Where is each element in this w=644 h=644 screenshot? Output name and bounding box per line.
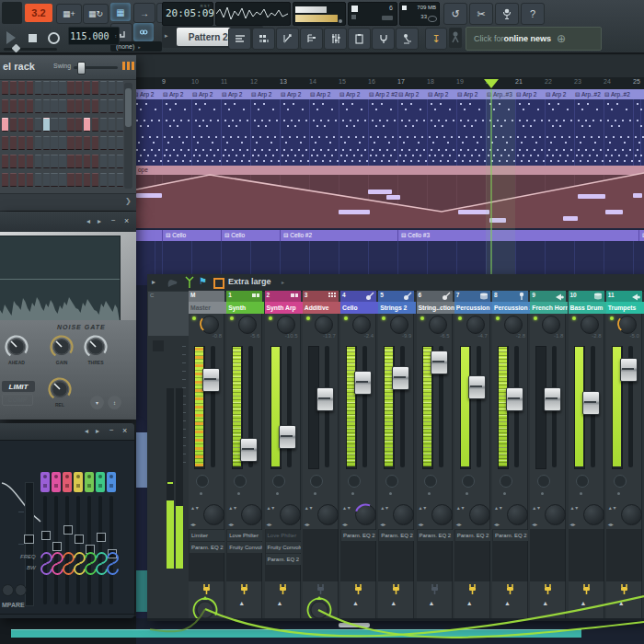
record-button[interactable] xyxy=(44,28,63,48)
swap-leftright-icon[interactable]: ◂▸ xyxy=(532,521,543,527)
plugin-slot[interactable]: Param. EQ 2 xyxy=(190,542,224,553)
route-to-master-icon[interactable] xyxy=(239,583,249,595)
step-cell[interactable] xyxy=(51,99,57,113)
swap-leftright-icon[interactable]: ◂▸ xyxy=(380,521,391,527)
pan-knob[interactable] xyxy=(352,316,371,334)
step-cell[interactable] xyxy=(35,173,41,187)
step-cell[interactable] xyxy=(35,81,41,95)
step-cell[interactable] xyxy=(67,136,74,150)
step-cell[interactable] xyxy=(117,155,123,168)
eq-band-tab[interactable] xyxy=(85,472,94,492)
swap-leftright-icon[interactable]: ◂▸ xyxy=(494,521,505,527)
step-cell[interactable] xyxy=(51,136,57,150)
channel-small-knob[interactable] xyxy=(621,504,642,525)
step-cell[interactable] xyxy=(59,136,65,150)
route-to-master-icon[interactable] xyxy=(201,583,212,595)
volume-fader[interactable] xyxy=(316,387,334,411)
pan-knob[interactable] xyxy=(504,316,523,334)
fader-track[interactable] xyxy=(287,346,292,467)
pattern-clip[interactable]: ⊟ Arp 2 xyxy=(191,89,222,99)
channel-small-knob[interactable] xyxy=(583,504,604,525)
playlist-timeline[interactable] xyxy=(136,77,644,90)
step-cell[interactable] xyxy=(2,136,8,150)
countdown-icon[interactable]: ▦↻ xyxy=(83,4,109,24)
step-cell[interactable] xyxy=(75,136,82,150)
mixer-channel-master[interactable]: MMaster-0.8▴ ▾◂▸LimiterParam. EQ 2 xyxy=(189,291,224,621)
step-cell[interactable] xyxy=(18,173,25,187)
typing-icon[interactable] xyxy=(396,28,419,50)
eq-band-track[interactable] xyxy=(98,496,102,604)
step-cell[interactable] xyxy=(27,81,33,95)
fader-track[interactable] xyxy=(211,346,215,467)
pan-knob[interactable] xyxy=(618,316,637,334)
step-cell[interactable] xyxy=(2,99,8,113)
route-triangle-icon[interactable]: ▲ xyxy=(238,600,245,606)
step-cell[interactable] xyxy=(35,155,41,168)
prev-preset-icon[interactable]: ◂ xyxy=(85,427,88,435)
mixer-channel-trumpets[interactable]: 11Trumpets-5.0▴ ▾◂▸▲ xyxy=(606,291,642,621)
tempo-spinner[interactable]: ↕ xyxy=(115,33,118,39)
eq-band-tab[interactable] xyxy=(107,472,116,492)
plugin-slot[interactable]: Limiter xyxy=(190,530,224,541)
step-cell[interactable] xyxy=(43,99,50,113)
dock-square-icon[interactable] xyxy=(213,278,224,289)
route-to-master-icon[interactable] xyxy=(467,583,477,595)
swap-leftright-icon[interactable]: ◂▸ xyxy=(190,521,201,527)
pattern-clip[interactable]: ⊟ Arp 2 xyxy=(132,89,163,99)
comp-tab[interactable]: COMP xyxy=(2,394,33,406)
route-to-master-icon[interactable] xyxy=(278,583,288,595)
mixer-channel-bass-drum[interactable]: 10Bass Drum-2.8▴ ▾◂▸▲ xyxy=(569,291,604,621)
limit-tab[interactable]: LIMIT xyxy=(2,381,35,392)
eq-band-track[interactable] xyxy=(65,496,69,604)
plugin-slot[interactable]: Param. EQ 2 xyxy=(266,554,301,565)
rack-scrollbar[interactable] xyxy=(124,83,132,189)
step-cell[interactable] xyxy=(10,136,17,150)
stereo-sep-knob[interactable] xyxy=(462,475,475,488)
pattern-clip[interactable]: ⊟ Arp 2 xyxy=(162,89,192,99)
route-to-master-icon[interactable] xyxy=(505,583,515,595)
step-cell[interactable] xyxy=(84,99,90,113)
step-cell[interactable] xyxy=(43,155,50,168)
eq-band-handle[interactable] xyxy=(52,542,62,551)
arrow-right-icon[interactable]: → xyxy=(133,3,155,23)
step-cell[interactable] xyxy=(84,173,90,187)
step-cell[interactable] xyxy=(2,118,8,132)
step-cell[interactable] xyxy=(35,99,41,113)
mixer-channel-cello[interactable]: 4Cello-2.4▴ ▾◂▸Param. EQ 2▲ xyxy=(340,291,376,621)
mixer-channel-additive[interactable]: 3Additive-13.7▴ ▾◂▸ xyxy=(303,291,339,621)
playhead-line[interactable] xyxy=(490,89,492,285)
eq-band-handle[interactable] xyxy=(75,535,84,544)
step-cell[interactable] xyxy=(10,173,17,187)
step-cell[interactable] xyxy=(18,155,25,168)
route-to-master-icon[interactable] xyxy=(316,583,326,595)
pattern-clip[interactable]: ⊟ Arp 2 xyxy=(545,89,575,99)
pan-knob[interactable] xyxy=(429,316,447,334)
typing-keyboard-icon[interactable]: ▦+ xyxy=(56,4,82,24)
record-arm-dot[interactable] xyxy=(351,492,354,495)
swap-updown-icon[interactable]: ▴ ▾ xyxy=(381,506,388,511)
volume-fader[interactable] xyxy=(582,391,600,415)
step-cell[interactable] xyxy=(100,155,107,168)
step-cell[interactable] xyxy=(10,81,17,95)
pattern-clip[interactable]: ⊟ Arp 2 xyxy=(427,89,457,99)
volume-fader[interactable] xyxy=(392,366,409,390)
pattern-clip[interactable]: ⊟ Cello #3 xyxy=(397,230,641,241)
eq-band-handle[interactable] xyxy=(97,533,106,542)
peak-slider[interactable] xyxy=(382,16,393,20)
flag-icon[interactable]: ⚑ xyxy=(199,276,207,286)
step-cell[interactable] xyxy=(117,136,123,150)
stereo-sep-knob[interactable] xyxy=(614,475,627,488)
swap-updown-icon[interactable]: ▴ ▾ xyxy=(420,506,427,511)
pattern-clip[interactable]: ⊟ Arp 2 #2 xyxy=(368,89,398,99)
record-arm-dot[interactable] xyxy=(503,492,506,495)
route-triangle-icon[interactable]: ▲ xyxy=(542,600,548,606)
route-to-master-icon[interactable] xyxy=(581,583,592,595)
swap-leftright-icon[interactable]: ◂▸ xyxy=(456,521,467,527)
pattern-clip[interactable]: ⊟ Arp 2 xyxy=(280,89,310,99)
step-cell[interactable] xyxy=(2,155,8,168)
pan-knob[interactable] xyxy=(201,316,219,334)
step-cell[interactable] xyxy=(100,118,107,132)
channel-small-knob[interactable] xyxy=(317,504,339,525)
playhead-marker[interactable] xyxy=(484,79,499,88)
step-cell[interactable] xyxy=(75,118,82,132)
